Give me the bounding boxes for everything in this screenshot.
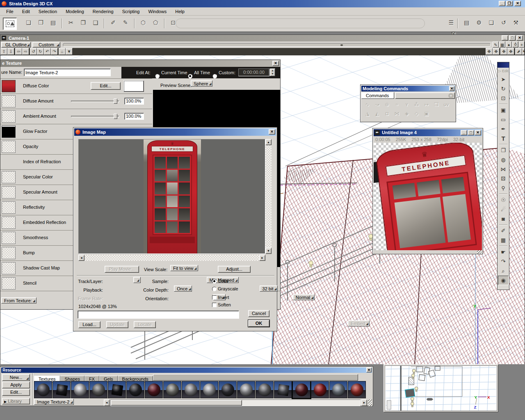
texture-thumbnail[interactable] [256, 381, 274, 398]
ambient-amount-slider[interactable] [71, 116, 119, 117]
cmd-icon-11[interactable]: ◭ [373, 110, 381, 118]
minimap-view[interactable]: Y X Z [385, 365, 497, 411]
texture-thumbnail[interactable] [163, 381, 181, 398]
history-icon[interactable]: ↺ [498, 18, 509, 29]
vertical-scrollbar[interactable]: ▲ ▼ [265, 139, 272, 254]
commands-tab[interactable]: Commands [361, 92, 394, 99]
texture-thumbnail[interactable] [126, 381, 144, 398]
scroll-right-icon[interactable]: ► [259, 255, 265, 261]
pan-icon-4[interactable]: ✥ [507, 48, 514, 55]
texture-thumbnail[interactable] [182, 381, 200, 398]
menu-scripting[interactable]: Scripting [119, 9, 144, 14]
view-scale-dropdown[interactable]: Fit to view◢ [170, 265, 198, 271]
marker-icon[interactable]: ✐ [108, 18, 119, 29]
color-depth-dropdown[interactable]: 32 bit◢ [260, 285, 278, 292]
menu-rendering[interactable]: Rendering [89, 9, 117, 14]
list-icon[interactable]: ☰ [448, 18, 454, 29]
all-time-radio[interactable] [188, 74, 192, 78]
cmd-icon-1[interactable]: ∿ [363, 101, 372, 109]
texture-thumbnail[interactable] [108, 381, 126, 398]
resource-apply-button[interactable]: Apply [2, 381, 30, 388]
scroll-up-icon[interactable]: ▲ [265, 139, 272, 145]
copy-icon[interactable]: ❐ [78, 18, 89, 29]
view-preset-button[interactable]: Custom◢ [32, 42, 60, 48]
add-command-icon[interactable]: + [448, 93, 454, 98]
cmd-icon-12[interactable]: ◘ [383, 110, 391, 118]
orientation-dropdown[interactable]: Normal◢ [293, 294, 315, 300]
cmd-icon-uv[interactable]: UV [442, 102, 451, 109]
scroll-left-icon[interactable]: ◄ [78, 255, 84, 261]
cmd-icon-3[interactable]: ⊕ [383, 101, 391, 109]
resource-close-icon[interactable]: ✕ [366, 368, 372, 372]
resource-edit-button[interactable]: Edit... [2, 389, 30, 396]
custom-time-radio[interactable] [212, 74, 217, 78]
mirror-tool[interactable]: ⋈ [498, 164, 509, 174]
cmd-icon-2[interactable]: ↝ [373, 101, 381, 109]
display-mode-button[interactable]: GL Outline◢ [1, 42, 31, 48]
mesh-cube-tool[interactable]: ⚄ [498, 174, 509, 183]
close-button[interactable]: ✕ [514, 1, 521, 6]
nav-up-icon[interactable]: ⇧ [0, 48, 7, 55]
light-bulb-tool[interactable]: ☉ [498, 195, 509, 205]
texture-thumbnail[interactable] [348, 381, 366, 398]
page-flip-tool[interactable]: ↷ [498, 257, 509, 266]
gear-icon[interactable]: ⚙ [473, 18, 484, 29]
from-texture-dropdown[interactable]: From Texture:◢ [1, 297, 37, 304]
cancel-button[interactable]: Cancel [248, 310, 269, 317]
cmd-icon-10[interactable]: ◮ [363, 110, 372, 118]
render-camera-tool[interactable]: ◉ [498, 276, 509, 285]
grid-tool[interactable]: ▦ [498, 235, 509, 245]
annotate-pen-icon[interactable]: ✎ [493, 41, 499, 48]
texture-thumbnail[interactable] [71, 381, 89, 398]
image-close-button[interactable]: ✕ [475, 130, 481, 135]
texture-thumbnail[interactable] [274, 381, 292, 398]
texture-thumbnail[interactable] [34, 381, 52, 398]
camera-close-button[interactable]: ✕ [516, 35, 523, 41]
grid-toggle-icon[interactable]: ▦ [499, 41, 505, 48]
select-move-tool[interactable]: ➤ [498, 75, 509, 84]
resize-grip[interactable] [477, 250, 482, 254]
new-document-icon[interactable]: ❏ [23, 18, 34, 29]
camera-minimize-button[interactable]: _ [502, 35, 508, 41]
zoom-tool[interactable]: ⌕ [498, 266, 509, 276]
cmd-icon-13[interactable]: ⋈ [393, 110, 401, 118]
cmd-icon-5[interactable]: ʏ [402, 101, 411, 109]
embed-dropdown[interactable]: Embed◢ [348, 320, 370, 326]
strip-scroll-right-icon[interactable]: ► [361, 399, 367, 406]
tilt-cw-icon[interactable]: ↷ [51, 48, 58, 55]
texture-thumbnail[interactable] [292, 381, 310, 398]
time-spinner[interactable]: ▲▼ [270, 68, 275, 76]
image-map-canvas[interactable]: ♛ TELEPHONE [78, 139, 265, 254]
orbit-ccw-icon[interactable]: ↺ [30, 48, 37, 55]
extrude-tool[interactable]: ❐ [498, 146, 509, 155]
restore-button[interactable]: ❐ [506, 1, 513, 6]
preview-scene-dropdown[interactable]: Sphere◢ [191, 80, 212, 87]
menu-windows[interactable]: Windows [145, 9, 171, 14]
cmd-icon-7[interactable]: ↦ [422, 101, 431, 109]
layers-icon[interactable]: ❏ [486, 18, 497, 29]
cmd-icon-15[interactable]: ◇ [412, 110, 421, 118]
rotate-tool[interactable]: ↻ [498, 84, 509, 94]
convert-shape-alt-icon[interactable]: ⬠ [150, 18, 161, 29]
convert-shape-icon[interactable]: ⬡ [138, 18, 149, 29]
play-movie-button[interactable]: Play Movie... [105, 266, 139, 273]
pan-icon-6[interactable]: ⬉ [522, 48, 525, 55]
menu-file[interactable]: File [2, 9, 17, 14]
slider-knob[interactable] [114, 98, 117, 104]
diffuse-amount-slider[interactable] [71, 100, 119, 102]
resource-new-button[interactable]: New...◢ [2, 374, 30, 381]
texture-thumbnail[interactable] [200, 381, 218, 398]
color-radio[interactable] [212, 279, 217, 283]
playback-dropdown[interactable]: Once◢ [174, 285, 192, 292]
menu-edit[interactable]: Edit [18, 9, 34, 14]
current-time-radio[interactable] [155, 74, 160, 78]
ambient-amount-value[interactable]: 100.0% [124, 113, 144, 120]
nav-left-icon[interactable]: ⇦ [15, 48, 22, 55]
add-view-icon[interactable]: + [519, 41, 525, 48]
pan-icon-5[interactable]: ⬈ [515, 48, 522, 55]
scale-tool[interactable]: ⊡ [498, 94, 509, 103]
shaded-view-icon[interactable]: ● [506, 41, 512, 48]
image-minimize-button[interactable]: _ [461, 130, 467, 135]
pen-tool[interactable]: ✒ [498, 124, 509, 134]
cut-icon[interactable]: ✂ [65, 18, 76, 29]
